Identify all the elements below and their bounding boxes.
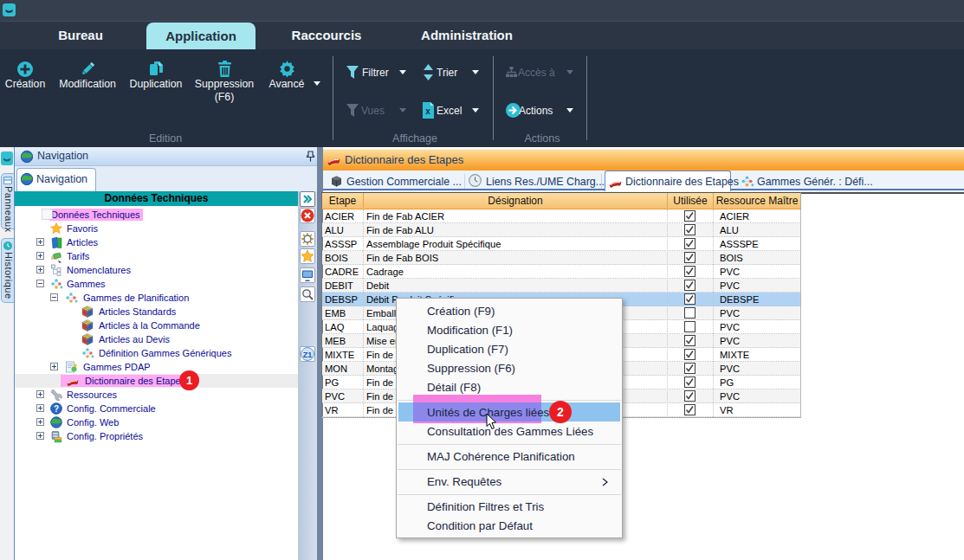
svg-text:Z1: Z1 (303, 351, 313, 359)
svg-text:x: x (425, 106, 430, 116)
